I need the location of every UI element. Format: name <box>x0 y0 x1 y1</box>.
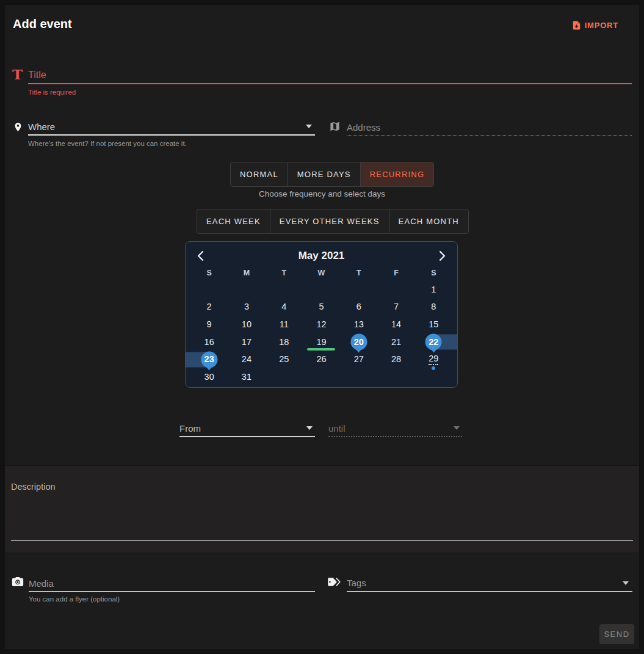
day-number: 5 <box>319 302 324 312</box>
calendar-day-empty <box>266 368 303 386</box>
calendar-day-empty <box>303 281 340 299</box>
tab-every-other-weeks[interactable]: EVERY OTHER WEEKS <box>270 209 389 234</box>
day-number: 25 <box>279 354 289 365</box>
import-button-label: IMPORT <box>585 21 618 30</box>
title-icon: T <box>12 67 23 81</box>
calendar-day[interactable]: 1 <box>415 281 452 299</box>
calendar-day[interactable]: 29 <box>415 351 452 368</box>
weekday-label: S <box>415 269 452 277</box>
calendar-day[interactable]: 20 <box>340 333 377 351</box>
day-number: 26 <box>316 354 326 365</box>
calendar-day[interactable]: 12 <box>303 316 340 333</box>
chevron-down-icon <box>306 426 313 430</box>
media-hint-text: You can add a flyer (optional) <box>29 595 120 603</box>
until-time-label: until <box>328 423 346 434</box>
calendar-day[interactable]: 28 <box>377 351 414 368</box>
calendar-day[interactable]: 25 <box>266 351 303 368</box>
calendar-day[interactable]: 14 <box>377 316 414 333</box>
tab-each-month[interactable]: EACH MONTH <box>389 209 469 234</box>
weekday-label: W <box>303 269 340 277</box>
where-select[interactable]: Where <box>28 118 315 136</box>
calendar-day[interactable]: 31 <box>228 368 265 386</box>
from-time-label: From <box>179 423 201 434</box>
day-number: 24 <box>242 354 251 365</box>
import-button[interactable]: IMPORT <box>568 19 622 32</box>
calendar-grid: 1234567891011121314151617181920212223242… <box>190 281 452 386</box>
calendar-day[interactable]: 24 <box>228 351 265 368</box>
calendar-day-empty <box>303 368 340 386</box>
calendar-day[interactable]: 19 <box>303 333 340 351</box>
calendar-day[interactable]: 15 <box>415 316 452 333</box>
calendar-day[interactable]: 2 <box>190 299 228 316</box>
weekday-label: T <box>266 269 303 277</box>
calendar-month-label: May 2021 <box>298 250 345 262</box>
event-type-tabs: NORMAL MORE DAYS RECURRING <box>230 162 434 187</box>
calendar-day[interactable]: 16 <box>190 333 228 351</box>
calendar-day[interactable]: 27 <box>340 351 377 368</box>
day-number: 13 <box>354 319 364 330</box>
weekday-label: M <box>228 269 265 277</box>
day-number: 7 <box>394 302 399 312</box>
calendar-day[interactable]: 9 <box>190 316 228 333</box>
tags-select[interactable]: Tags <box>347 575 632 592</box>
import-file-icon <box>571 20 582 31</box>
tab-each-week[interactable]: EACH WEEK <box>197 209 270 234</box>
weekday-label: T <box>340 269 377 277</box>
calendar-day[interactable]: 21 <box>377 333 414 351</box>
send-button[interactable]: SEND <box>599 624 634 644</box>
calendar-day[interactable]: 17 <box>228 333 265 351</box>
calendar-day[interactable]: 11 <box>266 316 303 333</box>
where-hint-text: Where's the event? If not present you ca… <box>28 140 187 147</box>
calendar-day[interactable]: 8 <box>415 299 452 316</box>
calendar-day[interactable]: 22 <box>415 333 452 351</box>
calendar-day[interactable]: 13 <box>340 316 377 333</box>
title-input[interactable] <box>28 67 632 84</box>
calendar-day[interactable]: 18 <box>266 333 303 351</box>
calendar-day-empty <box>415 368 452 386</box>
until-time-select[interactable]: until <box>328 420 462 437</box>
day-number: 22 <box>429 337 438 347</box>
calendar-day[interactable]: 3 <box>228 299 265 316</box>
day-number: 27 <box>354 354 364 365</box>
from-time-select[interactable]: From <box>179 420 315 437</box>
calendar-day-empty <box>340 368 377 386</box>
calendar-day[interactable]: 23 <box>190 351 228 368</box>
chevron-down-icon <box>454 426 460 430</box>
calendar-day[interactable]: 6 <box>340 299 377 316</box>
tab-recurring[interactable]: RECURRING <box>360 162 435 187</box>
tab-normal[interactable]: NORMAL <box>230 162 288 187</box>
calendar-prev-button[interactable] <box>195 250 206 262</box>
address-input[interactable] <box>347 119 632 136</box>
calendar-day-empty <box>228 281 265 299</box>
day-number: 6 <box>356 302 361 312</box>
calendar-day[interactable]: 26 <box>303 351 340 368</box>
calendar-day-empty <box>190 281 228 299</box>
description-section <box>5 465 639 553</box>
title-error-text: Title is required <box>28 89 76 96</box>
frequency-tabs: EACH WEEK EVERY OTHER WEEKS EACH MONTH <box>197 209 469 234</box>
chevron-down-icon <box>623 581 629 585</box>
day-number: 29 <box>429 354 438 365</box>
day-number: 2 <box>207 302 212 312</box>
day-number: 3 <box>244 302 249 312</box>
calendar-day[interactable]: 10 <box>228 316 265 333</box>
calendar-day-empty <box>266 281 303 299</box>
day-number: 19 <box>316 337 326 347</box>
calendar-day[interactable]: 7 <box>377 299 414 316</box>
calendar-day[interactable]: 5 <box>303 299 340 316</box>
day-number: 15 <box>429 319 438 330</box>
day-number: 17 <box>242 337 251 347</box>
calendar-next-button[interactable] <box>437 250 447 262</box>
day-number: 9 <box>207 319 212 330</box>
calendar-day-empty <box>377 368 414 386</box>
tags-icon <box>327 576 341 590</box>
tab-more-days[interactable]: MORE DAYS <box>288 162 361 187</box>
calendar-day[interactable]: 4 <box>266 299 303 316</box>
day-number: 21 <box>391 337 401 347</box>
day-number: 28 <box>391 354 401 365</box>
day-number: 1 <box>431 285 436 295</box>
day-number: 14 <box>391 319 401 330</box>
description-textarea[interactable] <box>11 472 633 541</box>
calendar-day[interactable]: 30 <box>190 368 228 386</box>
media-input[interactable] <box>29 575 315 592</box>
